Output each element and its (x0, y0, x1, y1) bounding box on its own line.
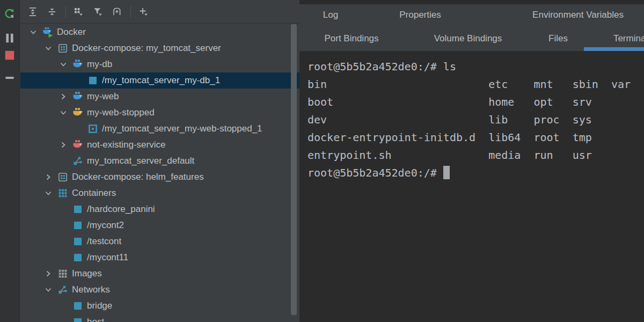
tree-item-bridge[interactable]: bridge (20, 298, 299, 314)
tree-item-docker-compose-helm-features[interactable]: Docker-compose: helm_features (20, 169, 299, 185)
chevron-spacer (59, 253, 68, 262)
tab-files[interactable]: Files (532, 26, 584, 51)
tree-item-my-tomcat-server-my-db-1[interactable]: /my_tomcat_server_my-db_1 (20, 72, 299, 89)
chevron-down-icon[interactable] (29, 28, 38, 36)
new-tab-icon (112, 6, 122, 17)
docker-tree: DockerDocker-compose: my_tomcat_servermy… (20, 24, 299, 322)
tree-item-my-web-stopped[interactable]: my-web-stopped (20, 105, 299, 121)
terminal-line: docker-entrypoint-initdb.d lib64 root tm… (308, 129, 644, 147)
whale-red-icon (72, 140, 83, 150)
terminal-line: boot home opt srv (308, 93, 644, 111)
whale-blue-icon (72, 91, 83, 102)
tab-terminal[interactable]: Terminal (584, 26, 644, 51)
pause-button[interactable] (4, 32, 16, 44)
tree-item-label: /hardcore_panini (87, 204, 155, 215)
tree-item-label: /my_tomcat_server_my-db_1 (102, 75, 220, 86)
tree-item-networks[interactable]: Networks (20, 282, 299, 298)
terminal-prompt-line: root@5b5b2a452de0:/# (308, 164, 644, 182)
collapse-panel-button[interactable] (4, 72, 16, 84)
toolbar-separator (65, 6, 66, 18)
tab-log[interactable]: Log (299, 4, 362, 26)
terminal-cursor (443, 166, 450, 179)
tab-port-bindings[interactable]: Port Bindings (299, 26, 404, 51)
tree-item-my-db[interactable]: my-db (20, 56, 299, 72)
tree-item-label: Networks (72, 284, 110, 295)
tab-properties[interactable]: Properties (362, 4, 479, 26)
tab-volume-bindings[interactable]: Volume Bindings (404, 26, 532, 51)
chevron-right-icon[interactable] (59, 92, 68, 101)
tree-item-label: Docker-compose: my_tomcat_server (72, 43, 221, 54)
tree-item-docker[interactable]: Docker (20, 24, 299, 40)
tree-item-label: host (87, 317, 104, 322)
active-tab-underline (584, 47, 644, 51)
redeploy-icon (4, 8, 16, 20)
network-icon (72, 156, 83, 166)
tree-item-label: my_tomcat_server_default (87, 156, 194, 166)
terminal-prompt: root@5b5b2a452de0:/# (308, 166, 443, 179)
images-grid-icon (57, 268, 68, 279)
stop-button[interactable] (4, 49, 16, 61)
tree-item-docker-compose-my-tomcat-server[interactable]: Docker-compose: my_tomcat_server (20, 40, 299, 56)
tree-item-my-tomcat-server-my-web-stopped-1[interactable]: /my_tomcat_server_my-web-stopped_1 (20, 121, 299, 137)
chevron-right-icon[interactable] (44, 173, 53, 181)
containers-grid-icon (57, 188, 68, 199)
dashboard-tab-row-2: Port BindingsVolume BindingsFilesTermina… (299, 26, 644, 51)
chevron-spacer (59, 302, 68, 310)
tab-label: Terminal (613, 33, 644, 44)
tab-label: Files (548, 33, 568, 44)
whale-yellow-icon (72, 107, 83, 118)
chevron-spacer (59, 205, 68, 214)
tab-label: Log (323, 10, 338, 20)
tab-label: Volume Bindings (434, 33, 502, 44)
chevron-down-icon[interactable] (44, 286, 53, 294)
chevron-down-icon[interactable] (44, 189, 53, 197)
container-running-icon (87, 75, 98, 86)
terminal-line: bin etc mnt sbin var (308, 76, 644, 93)
tree-item-mycont2[interactable]: /mycont2 (20, 217, 299, 233)
run-controls-stripe (0, 0, 20, 322)
tree-item-host[interactable]: host (20, 314, 299, 322)
vertical-scrollbar[interactable] (291, 24, 297, 315)
chevron-spacer (59, 221, 68, 230)
chevron-spacer (59, 237, 68, 246)
minus-icon (4, 72, 16, 84)
tree-item-label: /mycont11 (87, 252, 128, 263)
container-running-icon (72, 252, 83, 263)
add-button[interactable] (135, 4, 151, 20)
chevron-right-icon[interactable] (44, 269, 53, 278)
stop-icon (4, 49, 16, 61)
filter-icon (92, 6, 103, 17)
filter-button[interactable] (90, 4, 106, 20)
tab-environment-variables[interactable]: Environment Variables (479, 4, 644, 26)
tree-item-hardcore-panini[interactable]: /hardcore_panini (20, 201, 299, 217)
tree-item-mycont11[interactable]: /mycont11 (20, 250, 299, 266)
chevron-right-icon[interactable] (59, 141, 68, 149)
docker-tree-panel: DockerDocker-compose: my_tomcat_servermy… (20, 0, 299, 322)
terminal[interactable]: root@5b5b2a452de0:/# lsbin etc mnt sbin … (299, 51, 644, 322)
expand-all-button[interactable] (25, 4, 41, 20)
tree-item-testcont[interactable]: /testcont (20, 233, 299, 250)
toolbar-separator (130, 6, 131, 18)
tree-item-label: /testcont (87, 236, 121, 247)
pause-icon (4, 32, 16, 44)
tree-item-containers[interactable]: Containers (20, 185, 299, 201)
tree-item-label: my-db (87, 59, 112, 70)
chevron-down-icon[interactable] (59, 108, 68, 117)
tab-label: Environment Variables (532, 10, 624, 20)
tree-item-not-existing-service[interactable]: not-existing-service (20, 137, 299, 153)
tree-item-images[interactable]: Images (20, 266, 299, 282)
chevron-down-icon[interactable] (44, 44, 53, 53)
chevron-spacer (59, 318, 68, 322)
tab-label: Properties (399, 10, 441, 20)
network-icon (57, 284, 68, 295)
tree-item-my-web[interactable]: my-web (20, 89, 299, 105)
view-options-button[interactable] (70, 4, 86, 20)
new-tab-button[interactable] (109, 4, 125, 20)
chevron-down-icon[interactable] (59, 60, 68, 69)
redeploy-button[interactable] (4, 8, 16, 20)
collapse-all-button[interactable] (44, 4, 60, 20)
docker-root-icon (42, 27, 53, 38)
container-running-icon (72, 236, 83, 247)
tree-item-my-tomcat-server-default[interactable]: my_tomcat_server_default (20, 153, 299, 169)
chevron-spacer (74, 76, 83, 85)
